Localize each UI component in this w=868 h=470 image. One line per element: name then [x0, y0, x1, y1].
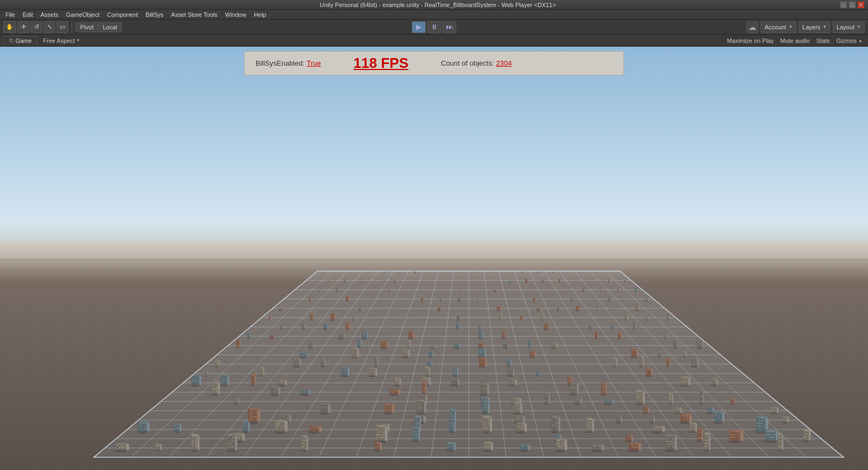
game-tab-icon: ©	[9, 38, 13, 44]
play-button[interactable]: ▶	[412, 21, 426, 33]
pivot-local-group: Pivot Local	[75, 22, 122, 32]
menu-bar: File Edit Assets GameObject Component Bi…	[0, 10, 868, 20]
toolbar: ✋ ✛ ↺ ⤡ ▭ Pivot Local ▶ ⏸ ⏭ ☁ Account ▼ …	[0, 20, 868, 35]
local-button[interactable]: Local	[98, 23, 121, 31]
menu-edit[interactable]: Edit	[20, 11, 36, 18]
cloud-button[interactable]: ☁	[746, 21, 758, 33]
hud-overlay: BillSysEnabled: True 118 FPS Count of ob…	[244, 51, 624, 75]
hand-tool-button[interactable]: ✋	[3, 21, 16, 33]
step-button[interactable]: ⏭	[442, 21, 456, 33]
menu-assetstore[interactable]: Asset Store Tools	[168, 11, 220, 18]
billsys-label: BillSysEnabled:	[256, 59, 304, 67]
menu-file[interactable]: File	[2, 11, 18, 18]
stats-button[interactable]: Stats	[814, 37, 832, 45]
maximize-on-play-button[interactable]: Maximize on Play	[725, 37, 776, 45]
account-label: Account	[764, 24, 786, 30]
right-toolbar: ☁ Account ▼ Layers ▼ Layout ▼	[746, 21, 865, 33]
aspect-arrow: ▼	[76, 38, 80, 43]
menu-component[interactable]: Component	[104, 11, 141, 18]
game-tab-bar: © Game Free Aspect ▼ Maximize on Play Mu…	[0, 35, 868, 47]
layout-dropdown[interactable]: Layout ▼	[833, 21, 865, 33]
game-tab[interactable]: © Game	[3, 36, 37, 45]
rotate-tool-button[interactable]: ↺	[30, 21, 42, 33]
count-value: 2304	[496, 59, 512, 67]
fps-display: 118 FPS	[354, 55, 409, 72]
move-tool-button[interactable]: ✛	[17, 21, 29, 33]
transform-tools-group: ✋ ✛ ↺ ⤡ ▭	[3, 21, 72, 33]
gizmos-arrow: ▼	[858, 39, 863, 44]
menu-billsys[interactable]: BillSys	[142, 11, 167, 18]
title-bar: Unity Personal (64bit) - example.unity -…	[0, 0, 868, 10]
scale-tool-button[interactable]: ⤡	[43, 21, 55, 33]
count-label: Count of objects:	[441, 59, 494, 67]
billsys-value: True	[307, 59, 321, 67]
aspect-value: Free Aspect	[43, 37, 75, 44]
pivot-button[interactable]: Pivot	[76, 23, 98, 31]
play-controls: ▶ ⏸ ⏭	[412, 21, 456, 33]
rect-tool-button[interactable]: ▭	[56, 21, 68, 33]
viewport: BillSysEnabled: True 118 FPS Count of ob…	[0, 47, 868, 470]
count-item: Count of objects: 2304	[441, 59, 512, 67]
game-tab-label: Game	[15, 37, 31, 44]
billsys-enabled-item: BillSysEnabled: True	[256, 59, 321, 67]
game-view-controls: Maximize on Play Mute audio Stats Gizmos…	[725, 37, 865, 45]
layers-arrow: ▼	[822, 24, 827, 29]
layout-arrow: ▼	[857, 24, 861, 29]
window-title: Unity Personal (64bit) - example.unity -…	[36, 2, 840, 8]
minimize-button[interactable]: –	[840, 1, 847, 9]
account-dropdown[interactable]: Account ▼	[761, 21, 796, 33]
scene-canvas	[0, 47, 868, 470]
layers-label: Layers	[802, 24, 820, 30]
aspect-selector[interactable]: Free Aspect ▼	[43, 37, 80, 44]
layout-label: Layout	[837, 24, 854, 30]
account-arrow: ▼	[788, 24, 793, 29]
gizmos-label: Gizmos	[837, 37, 857, 44]
mute-audio-button[interactable]: Mute audio	[778, 37, 812, 45]
pause-button[interactable]: ⏸	[427, 21, 441, 33]
layers-dropdown[interactable]: Layers ▼	[799, 21, 831, 33]
menu-window[interactable]: Window	[222, 11, 250, 18]
fps-item: 118 FPS	[354, 55, 409, 72]
menu-assets[interactable]: Assets	[37, 11, 62, 18]
close-button[interactable]: ✕	[857, 1, 865, 9]
menu-help[interactable]: Help	[251, 11, 270, 18]
menu-gameobject[interactable]: GameObject	[63, 11, 103, 18]
gizmos-button[interactable]: Gizmos ▼	[834, 37, 865, 45]
maximize-button[interactable]: □	[848, 1, 856, 9]
window-controls: – □ ✕	[840, 1, 865, 9]
